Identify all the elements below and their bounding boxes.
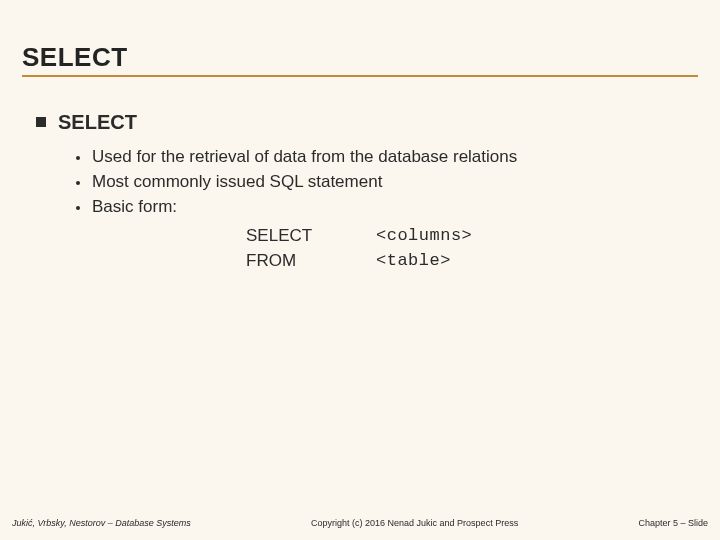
footer: Jukić, Vrbsky, Nestorov – Database Syste… <box>0 518 720 528</box>
lvl2-item: Used for the retrieval of data from the … <box>76 146 684 169</box>
code-block: SELECT <columns> FROM <table> <box>76 221 684 274</box>
slide-title: SELECT <box>22 42 698 73</box>
title-block: SELECT <box>0 0 720 77</box>
dot-bullet-icon <box>76 156 80 160</box>
code-arg: <table> <box>376 248 451 274</box>
code-keyword: SELECT <box>246 223 376 249</box>
lvl2-item: Basic form: <box>76 196 684 219</box>
lvl2-group: Used for the retrieval of data from the … <box>36 146 684 274</box>
lvl2-label: Basic form: <box>92 196 177 219</box>
footer-right: Chapter 5 – Slide <box>638 518 708 528</box>
code-keyword: FROM <box>246 248 376 274</box>
square-bullet-icon <box>36 117 46 127</box>
lvl1-label: SELECT <box>58 111 137 134</box>
footer-center: Copyright (c) 2016 Nenad Jukic and Prosp… <box>191 518 639 528</box>
lvl2-label: Most commonly issued SQL statement <box>92 171 382 194</box>
body: SELECT Used for the retrieval of data fr… <box>0 77 720 274</box>
dot-bullet-icon <box>76 206 80 210</box>
lvl2-item: Most commonly issued SQL statement <box>76 171 684 194</box>
slide: SELECT SELECT Used for the retrieval of … <box>0 0 720 540</box>
code-row: SELECT <columns> <box>246 223 684 249</box>
code-row: FROM <table> <box>246 248 684 274</box>
code-arg: <columns> <box>376 223 472 249</box>
dot-bullet-icon <box>76 181 80 185</box>
lvl2-label: Used for the retrieval of data from the … <box>92 146 517 169</box>
footer-left: Jukić, Vrbsky, Nestorov – Database Syste… <box>12 518 191 528</box>
lvl1-item: SELECT <box>36 111 684 134</box>
